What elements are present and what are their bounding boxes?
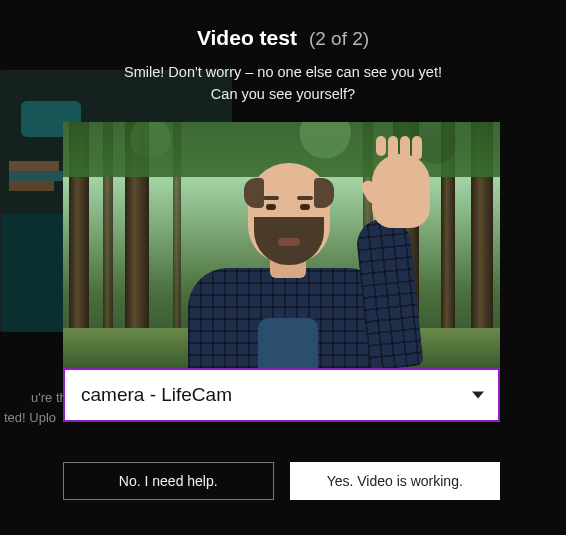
camera-select-value: camera - LifeCam [81, 384, 232, 406]
no-help-button[interactable]: No. I need help. [63, 462, 274, 500]
camera-preview [63, 122, 500, 368]
dialog-title-row: Video test (2 of 2) [0, 26, 566, 50]
dialog-step-indicator: (2 of 2) [309, 28, 369, 50]
subtitle-line-1: Smile! Don't worry – no one else can see… [0, 62, 566, 84]
button-row: No. I need help. Yes. Video is working. [63, 462, 500, 500]
camera-select[interactable]: camera - LifeCam [63, 368, 500, 422]
video-test-dialog: Video test (2 of 2) Smile! Don't worry –… [0, 0, 566, 535]
dialog-title: Video test [197, 26, 297, 50]
dialog-subtitle: Smile! Don't worry – no one else can see… [0, 62, 566, 106]
yes-working-button[interactable]: Yes. Video is working. [290, 462, 501, 500]
yes-working-button-label: Yes. Video is working. [327, 473, 463, 489]
preview-column: camera - LifeCam [63, 122, 500, 422]
chevron-down-icon [472, 392, 484, 399]
person-waving [158, 158, 418, 368]
subtitle-line-2: Can you see yourself? [0, 84, 566, 106]
no-help-button-label: No. I need help. [119, 473, 218, 489]
